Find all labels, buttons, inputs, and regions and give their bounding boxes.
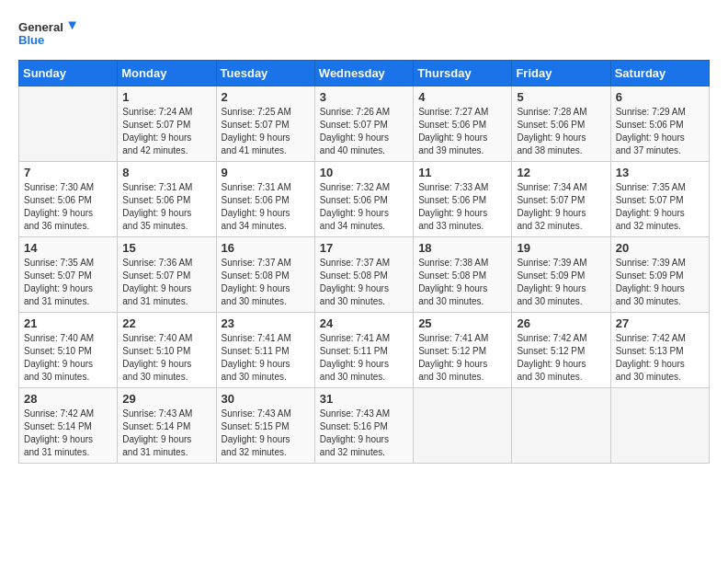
day-number: 14 [24, 241, 112, 255]
day-info: Sunrise: 7:38 AM Sunset: 5:08 PM Dayligh… [418, 257, 506, 308]
calendar-cell: 30Sunrise: 7:43 AM Sunset: 5:15 PM Dayli… [216, 388, 314, 464]
day-number: 3 [320, 90, 408, 104]
calendar-cell: 21Sunrise: 7:40 AM Sunset: 5:10 PM Dayli… [19, 313, 118, 388]
calendar-cell: 6Sunrise: 7:29 AM Sunset: 5:06 PM Daylig… [610, 86, 709, 162]
day-number: 26 [517, 316, 605, 330]
day-info: Sunrise: 7:24 AM Sunset: 5:07 PM Dayligh… [122, 106, 210, 157]
day-number: 4 [418, 90, 506, 104]
day-number: 19 [517, 241, 605, 255]
day-info: Sunrise: 7:30 AM Sunset: 5:06 PM Dayligh… [24, 181, 112, 233]
calendar-cell: 24Sunrise: 7:41 AM Sunset: 5:11 PM Dayli… [314, 313, 413, 388]
day-number: 1 [122, 90, 210, 104]
day-info: Sunrise: 7:39 AM Sunset: 5:09 PM Dayligh… [517, 257, 605, 308]
page-header: GeneralBlue [18, 18, 710, 51]
day-number: 8 [122, 166, 210, 179]
day-info: Sunrise: 7:35 AM Sunset: 5:07 PM Dayligh… [24, 257, 112, 308]
day-number: 16 [222, 241, 310, 255]
weekday-header: Wednesday [314, 61, 413, 86]
calendar-cell: 4Sunrise: 7:27 AM Sunset: 5:06 PM Daylig… [414, 86, 512, 162]
day-number: 9 [222, 166, 310, 179]
day-number: 25 [418, 316, 506, 330]
calendar-cell [610, 388, 709, 464]
calendar-cell: 16Sunrise: 7:37 AM Sunset: 5:08 PM Dayli… [216, 237, 314, 313]
calendar-cell [19, 86, 118, 162]
day-number: 29 [122, 392, 210, 406]
day-info: Sunrise: 7:40 AM Sunset: 5:10 PM Dayligh… [24, 332, 112, 384]
svg-text:General: General [18, 20, 63, 34]
day-number: 18 [418, 241, 506, 255]
day-info: Sunrise: 7:25 AM Sunset: 5:07 PM Dayligh… [222, 106, 310, 157]
day-info: Sunrise: 7:37 AM Sunset: 5:08 PM Dayligh… [222, 257, 310, 308]
calendar-cell: 9Sunrise: 7:31 AM Sunset: 5:06 PM Daylig… [216, 162, 314, 237]
calendar-cell: 27Sunrise: 7:42 AM Sunset: 5:13 PM Dayli… [610, 313, 709, 388]
day-number: 24 [320, 316, 408, 330]
day-info: Sunrise: 7:32 AM Sunset: 5:06 PM Dayligh… [320, 181, 408, 233]
calendar-cell: 11Sunrise: 7:33 AM Sunset: 5:06 PM Dayli… [414, 162, 512, 237]
day-info: Sunrise: 7:40 AM Sunset: 5:10 PM Dayligh… [122, 332, 210, 384]
day-number: 27 [616, 316, 704, 330]
day-info: Sunrise: 7:35 AM Sunset: 5:07 PM Dayligh… [616, 181, 704, 233]
calendar-cell: 14Sunrise: 7:35 AM Sunset: 5:07 PM Dayli… [19, 237, 118, 313]
calendar-header-row: SundayMondayTuesdayWednesdayThursdayFrid… [19, 61, 710, 86]
calendar-cell: 3Sunrise: 7:26 AM Sunset: 5:07 PM Daylig… [314, 86, 413, 162]
day-info: Sunrise: 7:36 AM Sunset: 5:07 PM Dayligh… [122, 257, 210, 308]
day-number: 13 [616, 166, 704, 179]
day-number: 7 [24, 166, 112, 179]
day-number: 30 [222, 392, 310, 406]
weekday-header: Friday [512, 61, 610, 86]
calendar-cell: 15Sunrise: 7:36 AM Sunset: 5:07 PM Dayli… [118, 237, 216, 313]
calendar-week-row: 14Sunrise: 7:35 AM Sunset: 5:07 PM Dayli… [19, 237, 710, 313]
calendar-cell: 1Sunrise: 7:24 AM Sunset: 5:07 PM Daylig… [118, 86, 216, 162]
day-number: 12 [517, 166, 605, 179]
logo-icon: GeneralBlue [18, 18, 83, 51]
day-info: Sunrise: 7:31 AM Sunset: 5:06 PM Dayligh… [222, 181, 310, 233]
day-info: Sunrise: 7:43 AM Sunset: 5:15 PM Dayligh… [222, 408, 310, 459]
day-number: 15 [122, 241, 210, 255]
calendar-cell: 29Sunrise: 7:43 AM Sunset: 5:14 PM Dayli… [118, 388, 216, 464]
calendar-cell [512, 388, 610, 464]
day-number: 23 [222, 316, 310, 330]
day-info: Sunrise: 7:41 AM Sunset: 5:12 PM Dayligh… [418, 332, 506, 384]
weekday-header: Thursday [414, 61, 512, 86]
calendar-week-row: 7Sunrise: 7:30 AM Sunset: 5:06 PM Daylig… [19, 162, 710, 237]
day-info: Sunrise: 7:33 AM Sunset: 5:06 PM Dayligh… [418, 181, 506, 233]
calendar-cell: 12Sunrise: 7:34 AM Sunset: 5:07 PM Dayli… [512, 162, 610, 237]
day-number: 11 [418, 166, 506, 179]
day-info: Sunrise: 7:42 AM Sunset: 5:12 PM Dayligh… [517, 332, 605, 384]
calendar-week-row: 1Sunrise: 7:24 AM Sunset: 5:07 PM Daylig… [19, 86, 710, 162]
day-number: 2 [222, 90, 310, 104]
calendar-cell: 26Sunrise: 7:42 AM Sunset: 5:12 PM Dayli… [512, 313, 610, 388]
day-number: 5 [517, 90, 605, 104]
day-info: Sunrise: 7:41 AM Sunset: 5:11 PM Dayligh… [320, 332, 408, 384]
day-info: Sunrise: 7:34 AM Sunset: 5:07 PM Dayligh… [517, 181, 605, 233]
calendar-cell: 25Sunrise: 7:41 AM Sunset: 5:12 PM Dayli… [414, 313, 512, 388]
day-info: Sunrise: 7:41 AM Sunset: 5:11 PM Dayligh… [222, 332, 310, 384]
day-info: Sunrise: 7:29 AM Sunset: 5:06 PM Dayligh… [616, 106, 704, 157]
day-info: Sunrise: 7:42 AM Sunset: 5:14 PM Dayligh… [24, 408, 112, 459]
calendar-week-row: 28Sunrise: 7:42 AM Sunset: 5:14 PM Dayli… [19, 388, 710, 464]
day-number: 28 [24, 392, 112, 406]
calendar-cell: 19Sunrise: 7:39 AM Sunset: 5:09 PM Dayli… [512, 237, 610, 313]
day-info: Sunrise: 7:39 AM Sunset: 5:09 PM Dayligh… [616, 257, 704, 308]
weekday-header: Tuesday [216, 61, 314, 86]
day-number: 10 [320, 166, 408, 179]
day-number: 21 [24, 316, 112, 330]
calendar-cell: 23Sunrise: 7:41 AM Sunset: 5:11 PM Dayli… [216, 313, 314, 388]
day-info: Sunrise: 7:31 AM Sunset: 5:06 PM Dayligh… [122, 181, 210, 233]
calendar-cell: 20Sunrise: 7:39 AM Sunset: 5:09 PM Dayli… [610, 237, 709, 313]
calendar-cell [414, 388, 512, 464]
weekday-header: Sunday [19, 61, 118, 86]
calendar-week-row: 21Sunrise: 7:40 AM Sunset: 5:10 PM Dayli… [19, 313, 710, 388]
day-number: 17 [320, 241, 408, 255]
calendar-cell: 28Sunrise: 7:42 AM Sunset: 5:14 PM Dayli… [19, 388, 118, 464]
calendar-cell: 22Sunrise: 7:40 AM Sunset: 5:10 PM Dayli… [118, 313, 216, 388]
weekday-header: Monday [118, 61, 216, 86]
calendar-cell: 17Sunrise: 7:37 AM Sunset: 5:08 PM Dayli… [314, 237, 413, 313]
day-info: Sunrise: 7:43 AM Sunset: 5:14 PM Dayligh… [122, 408, 210, 459]
day-number: 22 [122, 316, 210, 330]
calendar-cell: 8Sunrise: 7:31 AM Sunset: 5:06 PM Daylig… [118, 162, 216, 237]
weekday-header: Saturday [610, 61, 709, 86]
day-number: 6 [616, 90, 704, 104]
calendar-cell: 13Sunrise: 7:35 AM Sunset: 5:07 PM Dayli… [610, 162, 709, 237]
calendar-cell: 31Sunrise: 7:43 AM Sunset: 5:16 PM Dayli… [314, 388, 413, 464]
